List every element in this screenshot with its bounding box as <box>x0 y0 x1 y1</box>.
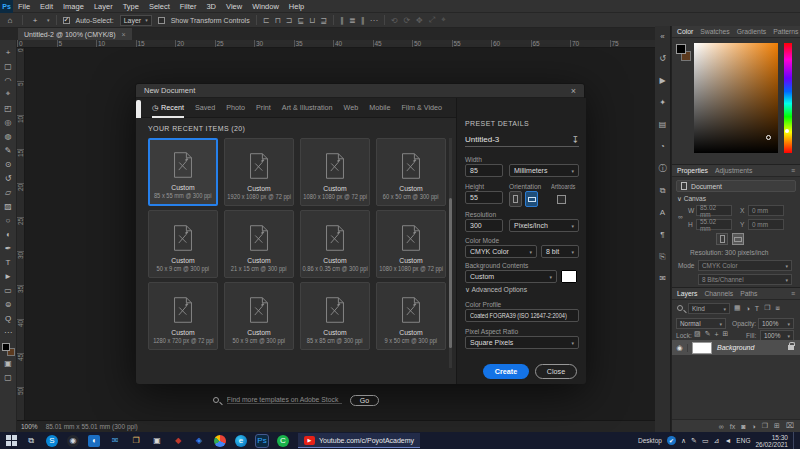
quick-mask-icon[interactable]: ▣ <box>2 356 15 370</box>
gradient-tool-icon[interactable]: ▨ <box>2 199 15 213</box>
lock-pixels-icon[interactable]: ✎ <box>705 330 711 338</box>
scrollbar-thumb[interactable] <box>449 198 452 348</box>
document-name-field[interactable]: Untitled-3 ↧ <box>465 133 579 147</box>
orientation-portrait-icon[interactable] <box>509 191 522 207</box>
eraser-tool-icon[interactable]: ▱ <box>2 185 15 199</box>
chevron-down-icon[interactable]: ▾ <box>47 17 50 23</box>
recent-item-card[interactable]: Custom 9 x 50 cm @ 300 ppi <box>376 282 446 350</box>
units-dropdown[interactable]: Millimeters▾ <box>509 164 579 177</box>
align-left-icon[interactable]: ⊏ <box>263 16 270 25</box>
network-icon[interactable]: ⊿ <box>714 437 720 445</box>
speaker-icon[interactable]: ◄ <box>724 437 731 445</box>
filter-adjustment-layers-icon[interactable]: ◑ <box>746 305 750 312</box>
paragraph-panel-icon[interactable]: ¶ <box>660 230 664 240</box>
menu-item[interactable]: Help <box>284 0 309 13</box>
more-align-icon[interactable]: ⋯ <box>370 16 378 25</box>
color-picker-marker[interactable] <box>766 135 771 140</box>
clone-stamp-tool-icon[interactable]: ⊙ <box>2 157 15 171</box>
show-transform-checkbox[interactable] <box>158 17 165 24</box>
layer-thumbnail[interactable] <box>692 342 712 354</box>
messaging-icon[interactable]: ◖ <box>88 435 100 447</box>
menu-item[interactable]: File <box>13 0 35 13</box>
delete-layer-icon[interactable]: ⌧ <box>786 422 794 430</box>
zoom-level[interactable]: 100% <box>21 423 38 430</box>
recent-items-scrollbar[interactable] <box>449 138 452 368</box>
layer-filter-dropdown[interactable]: Kind▾ <box>688 303 730 314</box>
stock-search-input[interactable] <box>227 396 342 404</box>
tab-mobile[interactable]: ◷Mobile <box>369 98 390 118</box>
hue-slider[interactable] <box>784 43 792 153</box>
layer-row-background[interactable]: ◉ Background <box>672 340 800 355</box>
artboards-checkbox[interactable] <box>557 195 566 204</box>
character-panel-icon[interactable]: A <box>660 208 665 218</box>
background-contents-dropdown[interactable]: Custom▾ <box>465 270 557 283</box>
chrome-icon[interactable] <box>214 435 226 447</box>
go-button[interactable]: Go <box>350 395 379 406</box>
auto-select-dropdown[interactable]: Layer▾ <box>120 15 152 26</box>
microsoft-store-icon[interactable]: ▣ <box>151 435 163 447</box>
new-layer-icon[interactable]: ⊞ <box>774 422 780 430</box>
filter-type-layers-icon[interactable]: T <box>755 305 759 312</box>
recent-item-card[interactable]: Custom 85 x 85 cm @ 300 ppi <box>300 282 370 350</box>
foreground-background-swatches[interactable] <box>2 343 15 356</box>
tab-saved[interactable]: ◷Saved <box>195 98 215 118</box>
crop-tool-icon[interactable]: ◰ <box>2 101 15 115</box>
canvas-section-label[interactable]: ∨ Canvas <box>677 195 706 203</box>
menu-item[interactable]: Window <box>247 0 284 13</box>
height-field[interactable]: 55 <box>465 191 503 204</box>
recent-item-card[interactable]: Custom 50 x 9 cm @ 300 ppi <box>148 210 218 278</box>
adjustments-panel-icon[interactable]: ◔ <box>660 142 665 152</box>
foreground-color-swatch[interactable] <box>676 44 686 54</box>
tab-patterns[interactable]: Patterns <box>773 28 798 35</box>
security-tray-icon[interactable]: ✔ <box>667 436 676 445</box>
canvas-y-field[interactable]: 0 mm <box>748 219 784 230</box>
tab-properties[interactable]: Properties <box>677 167 708 174</box>
align-center-h-icon[interactable]: ⊓ <box>274 16 280 25</box>
access-icon[interactable]: ◆ <box>172 435 184 447</box>
recent-item-card[interactable]: Custom 21 x 15 cm @ 300 ppi <box>224 210 294 278</box>
hand-tool-icon[interactable]: ⊜ <box>2 297 15 311</box>
layer-mask-icon[interactable]: ◙ <box>741 423 745 430</box>
document-properties-row[interactable]: Document <box>676 180 796 192</box>
close-tab-icon[interactable]: × <box>122 31 126 38</box>
create-button[interactable]: Create <box>483 364 529 379</box>
mail-icon[interactable]: ✉ <box>109 435 121 447</box>
recent-item-card[interactable]: Custom 50 x 9 cm @ 300 ppi <box>224 282 294 350</box>
foreground-color-swatch[interactable] <box>2 343 10 351</box>
shape-tool-icon[interactable]: ▭ <box>2 283 15 297</box>
lasso-tool-icon[interactable]: ◠ <box>2 73 15 87</box>
resolution-field[interactable]: 300 <box>465 219 503 232</box>
file-explorer-icon[interactable]: ❐ <box>130 435 142 447</box>
tab-paths[interactable]: Paths <box>740 290 757 297</box>
align-middle-v-icon[interactable]: ⊔ <box>309 16 315 25</box>
canvas-x-field[interactable]: 0 mm <box>748 205 784 216</box>
desktop-label[interactable]: Desktop <box>638 437 662 444</box>
edit-toolbar-icon[interactable]: ⋯ <box>2 325 15 339</box>
task-view-icon[interactable]: ⧉ <box>25 435 37 447</box>
menu-item[interactable]: Image <box>58 0 89 13</box>
tab-adjustments[interactable]: Adjustments <box>715 167 752 174</box>
menu-item[interactable]: Filter <box>175 0 202 13</box>
blur-tool-icon[interactable]: ○ <box>2 213 15 227</box>
dodge-tool-icon[interactable]: ◖ <box>2 227 15 241</box>
close-button[interactable]: Close <box>535 364 577 379</box>
hue-marker[interactable] <box>785 129 789 133</box>
tab-web[interactable]: ◷Web <box>344 98 359 118</box>
background-color-swatch[interactable] <box>561 270 577 283</box>
lock-artboard-icon[interactable]: ⊞ <box>723 330 729 338</box>
recent-item-card[interactable]: Custom 1920 x 1080 px @ 72 ppi <box>224 138 294 206</box>
recent-item-card[interactable]: Custom 0.86 x 0.35 cm @ 300 ppi <box>300 210 370 278</box>
align-edges-icon[interactable]: ∥ <box>361 16 365 25</box>
menu-item[interactable]: Layer <box>89 0 118 13</box>
photoshop-taskbar-icon[interactable]: Ps <box>256 435 268 447</box>
styles-panel-icon[interactable]: ✦ <box>659 98 666 108</box>
type-tool-icon[interactable]: T <box>2 255 15 269</box>
menu-item[interactable]: 3D <box>201 0 221 13</box>
panel-collapse-icon[interactable]: « <box>660 32 664 42</box>
timeline-panel-icon[interactable]: ▶ <box>659 76 665 86</box>
menu-item[interactable]: Edit <box>35 0 58 13</box>
recent-item-card[interactable]: Custom 1280 x 720 px @ 72 ppi <box>148 282 218 350</box>
zoom-tool-icon[interactable]: Q <box>2 311 15 325</box>
canvas-width-field[interactable]: 85.02 mm <box>696 205 732 216</box>
tab-photo[interactable]: ◷Photo <box>226 98 245 118</box>
